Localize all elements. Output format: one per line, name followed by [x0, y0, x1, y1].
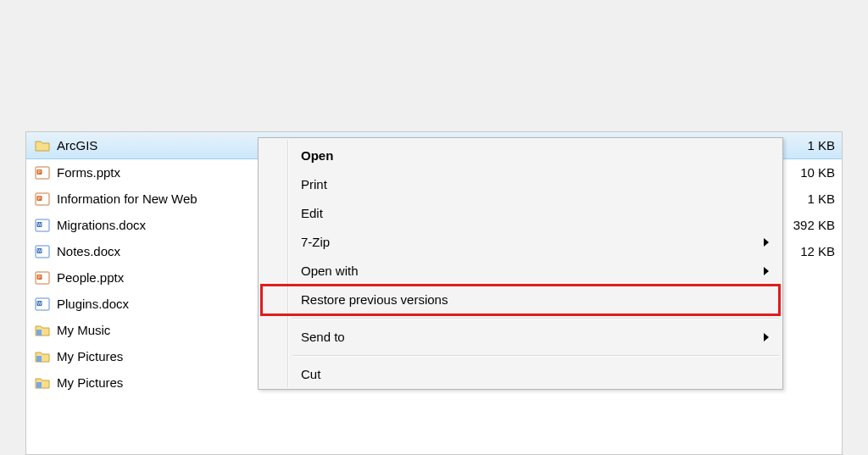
menu-restore[interactable]: Restore previous versions [260, 286, 781, 314]
file-size: 1 KB [776, 138, 842, 153]
file-size: 1 KB [776, 191, 842, 206]
menu-sendto[interactable]: Send to [260, 323, 781, 352]
pptx-icon: P [35, 270, 50, 286]
svg-text:W: W [37, 300, 42, 305]
svg-rect-20 [36, 382, 42, 388]
file-name: Notes.docx [57, 244, 120, 258]
docx-icon: W [35, 244, 50, 259]
menu-separator [292, 355, 779, 357]
file-name: Forms.pptx [57, 165, 120, 180]
svg-rect-19 [36, 356, 42, 362]
file-name: Migrations.docx [57, 218, 146, 232]
svg-text:W: W [37, 221, 42, 226]
menu-open[interactable]: Open [260, 141, 781, 170]
file-name: My Pictures [57, 375, 123, 390]
menu-label: 7-Zip [301, 235, 330, 249]
file-name: Plugins.docx [57, 297, 129, 311]
menu-separator [292, 318, 779, 319]
docx-icon: W [35, 297, 50, 312]
docx-icon: W [35, 218, 50, 233]
submenu-arrow-icon [764, 267, 769, 275]
file-name: ArcGIS [57, 138, 97, 153]
menu-label: Edit [301, 206, 323, 220]
file-size: 10 KB [776, 165, 842, 180]
menu-edit[interactable]: Edit [260, 199, 781, 228]
file-size: 392 KB [776, 218, 842, 232]
menu-label: Print [301, 177, 327, 191]
file-name: My Music [57, 323, 110, 337]
file-name: People.pptx [57, 270, 124, 285]
pptx-icon: P [35, 165, 50, 180]
library-icon [35, 349, 50, 364]
menu-print[interactable]: Print [260, 170, 781, 199]
menu-label: Restore previous versions [301, 292, 448, 307]
pptx-icon: P [35, 191, 50, 207]
library-icon [35, 375, 50, 391]
file-size: 12 KB [776, 244, 842, 258]
menu-label: Cut [301, 367, 320, 381]
menu-label: Open with [301, 264, 359, 278]
folder-icon [35, 138, 50, 153]
svg-rect-18 [36, 330, 42, 336]
library-icon [35, 323, 50, 338]
context-menu: Open Print Edit 7-Zip Open with Restore … [258, 137, 783, 390]
menu-openwith[interactable]: Open with [260, 257, 781, 286]
svg-text:W: W [37, 247, 42, 252]
menu-label: Send to [301, 330, 345, 344]
submenu-arrow-icon [764, 238, 769, 247]
file-name: My Pictures [57, 349, 123, 363]
submenu-arrow-icon [764, 333, 769, 341]
file-name: Information for New Web [57, 191, 198, 206]
menu-cut[interactable]: Cut [260, 360, 781, 389]
menu-7zip[interactable]: 7-Zip [260, 228, 781, 257]
menu-label: Open [301, 148, 333, 163]
